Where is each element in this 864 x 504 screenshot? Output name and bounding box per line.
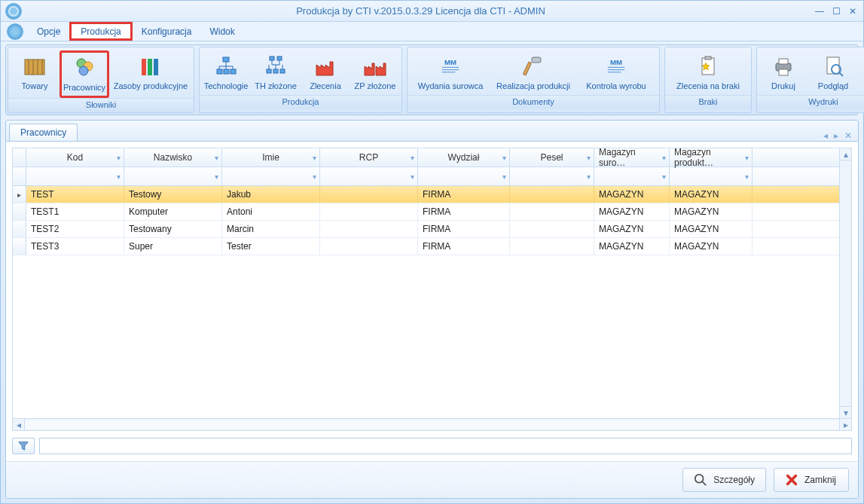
col-magazyn-produktu[interactable]: Magazyn produkt…▾ [670, 148, 753, 166]
filter-icon[interactable]: ▾ [411, 173, 414, 181]
svg-rect-16 [277, 57, 282, 60]
filter-icon[interactable]: ▾ [117, 173, 121, 181]
hammer-icon [521, 54, 545, 78]
funnel-icon [18, 441, 29, 451]
filter-icon[interactable]: ▾ [502, 154, 506, 162]
filter-pesel[interactable]: ▾ [510, 167, 594, 185]
table-row[interactable]: TEST1 Komputer Antoni FIRMA MAGAZYN MAGA… [13, 203, 851, 221]
preview-icon [821, 54, 845, 78]
maximize-button[interactable]: ☐ [830, 6, 842, 17]
filter-nazwisko[interactable]: ▾ [124, 167, 222, 185]
ribbon-group-dokumenty: MM Wydania surowca Realizacja produkcji … [407, 47, 660, 113]
filter-icon[interactable]: ▾ [587, 173, 591, 181]
filter-magsuro[interactable]: ▾ [594, 167, 670, 185]
filter-icon[interactable]: ▾ [215, 173, 218, 181]
ribbon-th-zlozone[interactable]: TH złożone [251, 50, 301, 95]
vertical-scrollbar[interactable]: ▴ ▾ [839, 148, 851, 418]
tab-pracownicy[interactable]: Pracownicy [9, 124, 78, 141]
filter-input[interactable] [39, 438, 852, 454]
factory-icon [313, 54, 337, 78]
ribbon-kontrola-wyrobu[interactable]: MM Kontrola wyrobu [575, 50, 658, 95]
ribbon-wydania-surowca[interactable]: MM Wydania surowca [409, 50, 492, 95]
table-row[interactable]: ▸ TEST Testowy Jakub FIRMA MAGAZYN MAGAZ… [13, 186, 851, 203]
tab-close[interactable]: ✕ [841, 130, 855, 141]
app-menu-icon[interactable] [2, 22, 28, 41]
ribbon-zasoby[interactable]: Zasoby produkcyjne [109, 50, 192, 98]
filter-icon[interactable]: ▾ [587, 154, 591, 162]
ribbon-zlecenia-na-braki[interactable]: Zlecenia na braki [667, 50, 750, 95]
ribbon-zlecenia[interactable]: Zlecenia [301, 50, 350, 95]
minimize-button[interactable]: — [814, 6, 826, 17]
filter-rcp[interactable]: ▾ [320, 167, 418, 185]
svg-rect-24 [532, 57, 541, 63]
col-kod[interactable]: Kod▾ [26, 148, 124, 166]
svg-rect-17 [267, 69, 271, 73]
filter-icon[interactable]: ▾ [662, 173, 666, 181]
col-wydzial[interactable]: Wydział▾ [418, 148, 510, 166]
filter-icon[interactable]: ▾ [662, 154, 666, 162]
svg-rect-0 [25, 60, 44, 75]
scroll-down-icon[interactable]: ▾ [840, 406, 851, 418]
filter-icon[interactable]: ▾ [313, 154, 316, 162]
filter-button[interactable] [12, 438, 35, 454]
filter-icon[interactable]: ▾ [745, 173, 749, 181]
ribbon-pracownicy[interactable]: Pracownicy [60, 50, 109, 98]
svg-rect-25 [523, 62, 531, 75]
ribbon-technologie[interactable]: Technologie [201, 50, 251, 95]
grid-body: ▸ TEST Testowy Jakub FIRMA MAGAZYN MAGAZ… [13, 186, 851, 418]
filter-icon[interactable]: ▾ [411, 154, 414, 162]
group-label-wydruki: Wydruki [757, 95, 864, 109]
magnifier-icon [694, 473, 707, 487]
filter-icon[interactable]: ▾ [117, 154, 121, 162]
menu-opcje[interactable]: Opcje [28, 22, 69, 41]
filter-kod[interactable]: ▾ [26, 167, 124, 185]
filter-bar [12, 437, 852, 455]
close-button[interactable]: ✕ [847, 6, 859, 17]
details-button[interactable]: Szczegóły [682, 468, 766, 492]
table-row[interactable]: TEST2 Testowany Marcin FIRMA MAGAZYN MAG… [13, 221, 851, 238]
filter-icon[interactable]: ▾ [215, 154, 218, 162]
ribbon-group-produkcja: Technologie TH złożone Zlecenia ZP złożo… [199, 47, 402, 113]
svg-point-40 [695, 475, 704, 483]
svg-rect-33 [779, 59, 788, 64]
scroll-right-icon[interactable]: ▸ [839, 419, 851, 431]
col-rcp[interactable]: RCP▾ [320, 148, 418, 166]
menu-widok[interactable]: Widok [200, 22, 243, 41]
crate-icon [23, 54, 47, 78]
col-imie[interactable]: Imie▾ [222, 148, 320, 166]
svg-rect-11 [223, 57, 229, 62]
horizontal-scrollbar[interactable]: ◂ ▸ [13, 418, 851, 430]
table-row[interactable]: TEST3 Super Tester FIRMA MAGAZYN MAGAZYN [13, 238, 851, 255]
menu-konfiguracja[interactable]: Konfiguracja [133, 22, 201, 41]
tab-next[interactable]: ▸ [831, 130, 841, 141]
col-pesel[interactable]: Pesel▾ [510, 148, 594, 166]
ribbon-export-excel[interactable]: X [858, 50, 864, 95]
filter-icon[interactable]: ▾ [313, 173, 316, 181]
ribbon-drukuj[interactable]: Drukuj [759, 50, 808, 95]
col-magazyn-surowca[interactable]: Magazyn suro…▾ [594, 148, 670, 166]
scroll-up-icon[interactable]: ▴ [840, 148, 851, 160]
clipboard-star-icon [696, 54, 720, 78]
menu-produkcja[interactable]: Produkcja [69, 22, 132, 41]
mm-doc2-icon: MM [604, 54, 628, 78]
ribbon-towary[interactable]: Towary [10, 50, 60, 98]
ribbon-zp-zlozone[interactable]: ZP złożone [350, 50, 400, 95]
filter-icon[interactable]: ▾ [502, 173, 506, 181]
scroll-left-icon[interactable]: ◂ [13, 419, 25, 431]
filter-magprod[interactable]: ▾ [670, 167, 753, 185]
close-panel-button[interactable]: Zamknij [774, 468, 849, 492]
binders-icon [139, 54, 163, 78]
filter-wydzial[interactable]: ▾ [418, 167, 510, 185]
svg-rect-9 [148, 59, 152, 75]
filter-imie[interactable]: ▾ [222, 167, 320, 185]
people-icon [72, 56, 96, 80]
app-logo-icon [5, 3, 22, 20]
col-nazwisko[interactable]: Nazwisko▾ [124, 148, 222, 166]
svg-rect-15 [270, 57, 274, 60]
ribbon-podglad[interactable]: Podgląd [808, 50, 858, 95]
filter-icon[interactable]: ▾ [745, 154, 749, 162]
ribbon: Towary Pracownicy Zasoby produkcyjne Sło… [5, 44, 859, 115]
scroll-track[interactable] [25, 420, 839, 429]
tab-prev[interactable]: ◂ [820, 130, 831, 141]
ribbon-realizacja-produkcji[interactable]: Realizacja produkcji [492, 50, 575, 95]
